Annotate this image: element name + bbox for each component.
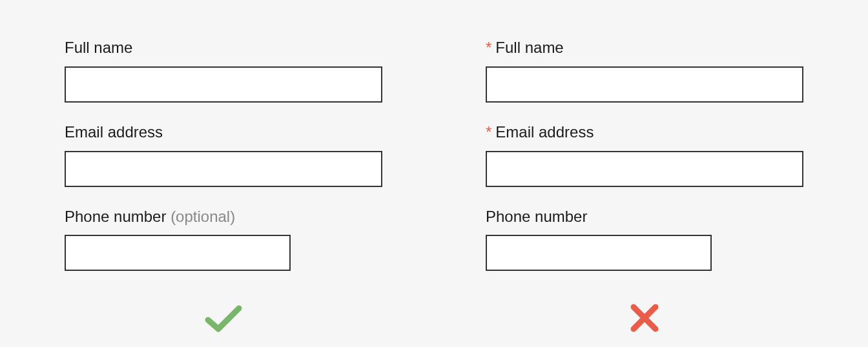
checkmark-icon xyxy=(204,302,243,337)
field-group-phone: Phone number (optional) xyxy=(65,208,382,272)
form-bad-example: *Full name *Email address Phone number xyxy=(486,39,803,337)
label-text: Phone number xyxy=(65,208,166,225)
full-name-label: *Full name xyxy=(486,39,803,57)
optional-hint: (optional) xyxy=(170,208,235,225)
label-text: Full name xyxy=(495,39,563,56)
field-group-phone: Phone number xyxy=(486,208,803,272)
label-text: Phone number xyxy=(486,208,587,225)
email-input[interactable] xyxy=(486,151,803,187)
phone-input[interactable] xyxy=(65,235,291,271)
phone-label: Phone number xyxy=(486,208,803,226)
field-group-full-name: *Full name xyxy=(486,39,803,103)
label-text: Full name xyxy=(65,39,132,56)
verdict-good xyxy=(65,302,382,337)
field-group-email: Email address xyxy=(65,123,382,187)
label-text: Email address xyxy=(495,123,594,141)
label-text: Email address xyxy=(65,123,163,141)
required-asterisk-icon: * xyxy=(486,123,491,141)
verdict-bad xyxy=(486,302,803,337)
form-good-example: Full name Email address Phone number (op… xyxy=(65,39,382,337)
email-label: *Email address xyxy=(486,123,803,142)
field-group-email: *Email address xyxy=(486,123,803,187)
full-name-label: Full name xyxy=(65,39,382,57)
phone-label: Phone number (optional) xyxy=(65,208,382,226)
cross-icon xyxy=(628,302,661,337)
email-label: Email address xyxy=(65,123,382,142)
full-name-input[interactable] xyxy=(486,66,803,103)
full-name-input[interactable] xyxy=(65,66,382,103)
phone-input[interactable] xyxy=(486,235,712,271)
email-input[interactable] xyxy=(65,151,382,187)
required-asterisk-icon: * xyxy=(486,39,491,56)
field-group-full-name: Full name xyxy=(65,39,382,103)
